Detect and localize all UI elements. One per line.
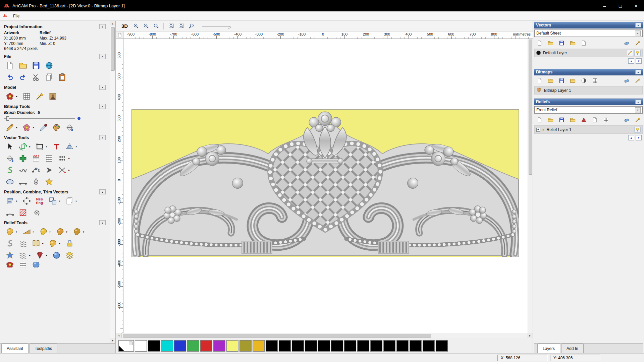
cut-icon[interactable] <box>30 72 42 82</box>
relief-layer-row[interactable]: + ▸ Relief Layer 1 <box>534 125 643 134</box>
relief-set-selector[interactable]: Front Relief ▾ <box>534 106 643 114</box>
create-ellipse-icon[interactable] <box>4 177 15 187</box>
colour-swatch[interactable] <box>396 340 409 352</box>
maximize-button[interactable]: □ <box>612 0 628 11</box>
flyout-arrow[interactable]: ▸ <box>33 126 36 129</box>
colour-swatch[interactable] <box>213 340 225 352</box>
tab-assistant[interactable]: Assistant <box>1 344 29 353</box>
expand-layer-icon[interactable]: ▸ <box>543 128 544 131</box>
ruler-origin-icon[interactable] <box>116 32 123 39</box>
create-rectangle-icon[interactable] <box>34 141 45 152</box>
colour-picker-icon[interactable] <box>38 122 49 133</box>
zoom-previous-icon[interactable] <box>151 22 161 31</box>
flyout-arrow[interactable]: ▸ <box>16 199 19 202</box>
weld-vectors-icon[interactable] <box>17 207 29 218</box>
import-bitmap-icon[interactable] <box>568 76 578 85</box>
layer-visibility-icon[interactable] <box>634 50 641 56</box>
collapse-section-button[interactable]: ▲ <box>635 100 641 104</box>
tab-add-in[interactable]: Add In <box>561 344 584 353</box>
create-star-icon[interactable] <box>43 177 55 187</box>
canvas-area[interactable] <box>123 39 528 333</box>
flyout-arrow[interactable]: ▸ <box>29 145 32 148</box>
offset-relief-icon[interactable] <box>64 250 75 260</box>
link-colours-icon[interactable] <box>590 76 600 85</box>
vector-layer-row[interactable]: Default Layer <box>534 49 643 57</box>
paint-icon[interactable] <box>4 122 15 133</box>
assistant-scrollbar[interactable]: ▲ ▼ <box>110 21 115 343</box>
shape-editor-icon[interactable] <box>4 227 15 237</box>
collapse-section-button[interactable]: ▲ <box>99 135 106 140</box>
scroll-left-icon[interactable]: ◂ <box>116 333 122 338</box>
import-vectors-icon[interactable] <box>568 39 578 47</box>
menu-file[interactable]: File <box>10 13 22 19</box>
colour-swatch[interactable] <box>148 340 160 352</box>
collapse-section-button[interactable]: ▲ <box>99 189 106 194</box>
sphere-relief-icon[interactable] <box>30 262 42 267</box>
collapse-section-button[interactable]: ▲ <box>99 24 106 29</box>
merge-visible-vectors-icon[interactable] <box>633 39 643 47</box>
paste-along-curve-icon[interactable] <box>56 153 68 164</box>
open-model-icon[interactable] <box>17 60 29 71</box>
trim-vectors-icon[interactable] <box>56 165 68 175</box>
relief-3d-preview-icon[interactable] <box>579 115 589 124</box>
zoom-in-icon[interactable] <box>131 22 141 31</box>
minimize-button[interactable]: – <box>597 0 612 11</box>
colour-swatch[interactable] <box>305 340 317 352</box>
colour-swatch[interactable] <box>174 340 186 352</box>
flyout-arrow[interactable]: ▸ <box>29 254 32 257</box>
zoom-fit-icon[interactable] <box>166 22 176 31</box>
colour-swatch[interactable] <box>370 340 382 352</box>
create-text-icon[interactable] <box>51 141 62 152</box>
open-bitmap-layer-icon[interactable] <box>545 76 555 85</box>
line-width-preview[interactable] <box>201 23 235 29</box>
copy-icon[interactable] <box>43 72 55 82</box>
collapse-section-button[interactable]: ▲ <box>635 23 641 27</box>
select-vectors-icon[interactable] <box>4 141 15 152</box>
slider-thumb[interactable] <box>6 116 9 121</box>
flyout-arrow[interactable]: ▸ <box>16 95 19 98</box>
colour-swatch[interactable] <box>200 340 212 352</box>
model-notes-icon[interactable] <box>34 91 45 102</box>
colour-swatch[interactable] <box>239 340 252 352</box>
scroll-right-icon[interactable]: ▸ <box>527 333 533 338</box>
create-polyline-icon[interactable] <box>4 165 15 175</box>
group-vectors-icon[interactable] <box>47 196 58 206</box>
undo-icon[interactable] <box>4 72 15 82</box>
scrollbar-thumb[interactable] <box>123 334 431 338</box>
text-on-curve-icon[interactable] <box>30 153 42 164</box>
flyout-arrow[interactable]: ▸ <box>59 199 62 202</box>
save-vector-layer-icon[interactable] <box>556 39 567 47</box>
slider-track[interactable] <box>4 118 75 119</box>
move-layer-up-icon[interactable]: ▲ <box>628 58 634 64</box>
colour-swatch[interactable] <box>187 340 199 352</box>
tab-toolpaths[interactable]: Toolpaths <box>30 344 57 353</box>
angled-plane-icon[interactable] <box>21 227 32 237</box>
primary-colour-swatch[interactable] <box>118 340 134 352</box>
merge-reliefs-icon[interactable] <box>633 115 643 124</box>
flyout-arrow[interactable]: ▸ <box>46 254 49 257</box>
paste-icon[interactable] <box>56 72 68 82</box>
zoom-out-icon[interactable] <box>141 22 151 31</box>
flyout-arrow[interactable]: ▸ <box>83 230 86 233</box>
layer-colour-icon[interactable] <box>536 51 541 55</box>
bezier-curve-icon[interactable] <box>30 165 42 175</box>
weave-wizard-icon[interactable] <box>17 238 29 249</box>
relief-library-icon[interactable] <box>30 238 42 249</box>
relief-grid-icon[interactable] <box>601 115 611 124</box>
face-wizard-icon[interactable] <box>4 262 15 267</box>
flood-fill-icon[interactable] <box>64 122 75 133</box>
scroll-up-icon[interactable]: ▲ <box>110 21 115 26</box>
collapse-section-button[interactable]: ▲ <box>99 85 106 90</box>
bitmap-contrast-icon[interactable] <box>579 76 589 85</box>
redo-icon[interactable] <box>17 72 29 82</box>
dome-relief-icon[interactable] <box>51 250 62 260</box>
nesting-icon[interactable]: Nesting <box>34 196 45 206</box>
flyout-arrow[interactable]: ▸ <box>16 230 19 233</box>
flyout-arrow[interactable]: ▸ <box>59 242 62 245</box>
merge-bitmaps-icon[interactable] <box>633 76 643 85</box>
import-relief-icon[interactable] <box>568 115 578 124</box>
flyout-arrow[interactable]: ▸ <box>46 145 49 148</box>
open-vector-layer-icon[interactable] <box>545 39 555 47</box>
align-vectors-icon[interactable] <box>4 196 15 206</box>
move-layer-up-icon[interactable]: ▲ <box>628 135 634 140</box>
